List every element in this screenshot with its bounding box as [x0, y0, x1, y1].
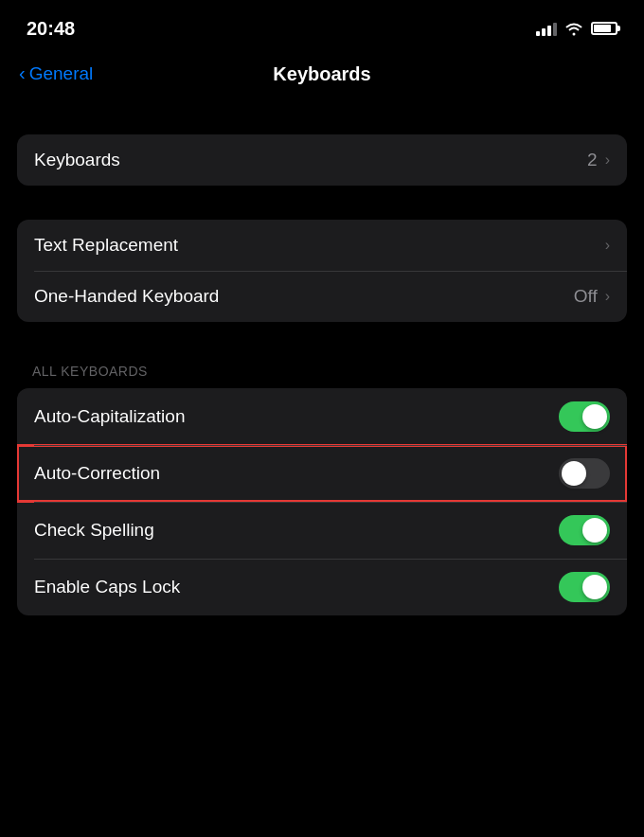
auto-correction-toggle[interactable]	[559, 458, 610, 489]
enable-caps-lock-toggle[interactable]	[559, 572, 610, 602]
page-title: Keyboards	[273, 63, 370, 85]
all-keyboards-section: Auto-Capitalization Auto-Correction Chec…	[17, 388, 627, 615]
nav-bar: ‹ General Keyboards	[0, 51, 644, 100]
check-spelling-label: Check Spelling	[34, 520, 154, 541]
all-keyboards-header: ALL KEYBOARDS	[0, 356, 644, 388]
section-gap-2	[0, 186, 644, 220]
enable-caps-lock-label: Enable Caps Lock	[34, 577, 180, 597]
auto-capitalization-row[interactable]: Auto-Capitalization	[17, 388, 627, 445]
one-handed-keyboard-value: Off	[574, 286, 598, 307]
enable-caps-lock-row[interactable]: Enable Caps Lock	[17, 559, 627, 615]
back-button[interactable]: ‹ General	[19, 63, 93, 84]
signal-bars-icon	[536, 21, 557, 36]
battery-icon	[591, 22, 617, 35]
text-replacement-label: Text Replacement	[34, 235, 178, 256]
text-replacement-row[interactable]: Text Replacement ›	[17, 220, 627, 271]
section-gap-1	[0, 100, 644, 134]
toggle-knob	[562, 461, 586, 486]
text-replacement-chevron-icon: ›	[605, 237, 610, 254]
one-handed-keyboard-label: One-Handed Keyboard	[34, 286, 219, 307]
auto-correction-label: Auto-Correction	[34, 463, 160, 484]
wifi-icon	[564, 21, 583, 36]
one-handed-keyboard-chevron-icon: ›	[605, 288, 610, 305]
status-time: 20:48	[27, 18, 75, 40]
toggle-knob	[582, 575, 607, 599]
toggle-knob	[582, 404, 607, 429]
status-icons	[536, 21, 617, 36]
keyboards-label: Keyboards	[34, 150, 120, 170]
other-section: Text Replacement › One-Handed Keyboard O…	[17, 220, 627, 322]
toggle-knob	[582, 518, 607, 543]
keyboards-section: Keyboards 2 ›	[17, 134, 627, 186]
keyboards-row[interactable]: Keyboards 2 ›	[17, 134, 627, 186]
check-spelling-toggle[interactable]	[559, 515, 610, 545]
keyboards-value: 2	[587, 150, 598, 170]
auto-capitalization-toggle[interactable]	[559, 401, 610, 432]
check-spelling-row[interactable]: Check Spelling	[17, 502, 627, 559]
text-replacement-right: ›	[605, 237, 610, 254]
section-gap-3	[0, 322, 644, 356]
back-chevron-icon: ‹	[19, 62, 26, 84]
one-handed-keyboard-right: Off ›	[574, 286, 610, 307]
back-label: General	[29, 63, 94, 84]
keyboards-row-right: 2 ›	[587, 150, 610, 170]
auto-capitalization-label: Auto-Capitalization	[34, 406, 185, 427]
keyboards-chevron-icon: ›	[605, 151, 610, 169]
status-bar: 20:48	[0, 0, 644, 51]
auto-correction-row[interactable]: Auto-Correction	[17, 445, 627, 502]
one-handed-keyboard-row[interactable]: One-Handed Keyboard Off ›	[17, 271, 627, 322]
